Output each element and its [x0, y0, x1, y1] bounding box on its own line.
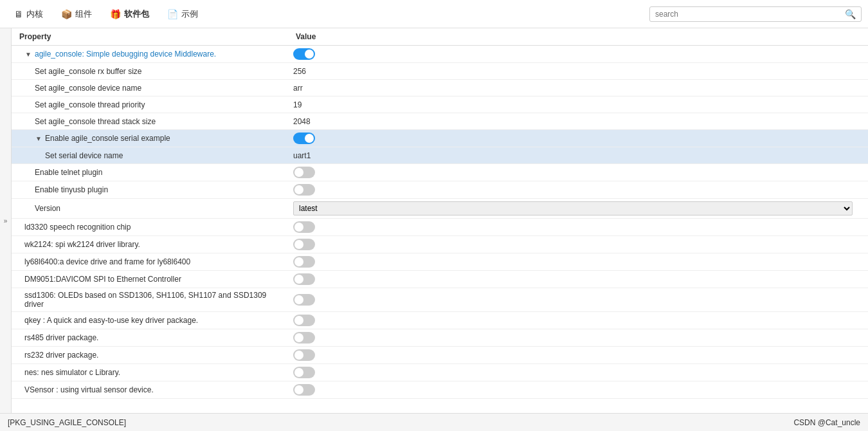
rx-buffer-value: 256: [293, 67, 306, 76]
table-header: Property Value: [12, 28, 868, 46]
table-row: Enable tinyusb plugin: [12, 181, 868, 199]
tinyusb-toggle[interactable]: [293, 184, 315, 196]
pkg-status-text: [PKG_USING_AGILE_CONSOLE]: [8, 418, 126, 427]
vsensor-toggle[interactable]: [293, 384, 315, 396]
tinyusb-label: Enable tinyusb plugin: [35, 185, 108, 194]
serial-expand-arrow-icon[interactable]: ▼: [35, 134, 42, 142]
dm9051-toggle[interactable]: [293, 273, 315, 285]
tab-packages[interactable]: 🎁 软件包: [102, 5, 157, 24]
rx-buffer-label: Set agile_console rx buffer size: [35, 67, 142, 76]
prop-cell: Enable telnet plugin: [12, 165, 288, 179]
rs232-label: rs232 driver package.: [24, 351, 98, 360]
ssd1306-label: ssd1306: OLEDs based on SSD1306, SH1106,…: [24, 291, 283, 309]
tab-examples-label: 示例: [181, 8, 198, 20]
thread-priority-label: Set agile_console thread priority: [35, 100, 145, 109]
header-property: Property: [12, 32, 288, 41]
components-icon: 📦: [61, 9, 72, 19]
tab-packages-label: 软件包: [124, 8, 149, 20]
device-name-value: arr: [293, 84, 303, 93]
val-cell: [288, 181, 868, 198]
device-name-label: Set agile_console device name: [35, 84, 141, 93]
qkey-label: qkey : A quick and easy-to-use key drive…: [24, 316, 198, 325]
vsensor-label: VSensor : using virtual sensor device.: [24, 385, 154, 394]
prop-cell: Set agile_console thread priority: [12, 98, 288, 112]
search-box: 🔍: [649, 6, 862, 22]
val-cell: arr: [288, 81, 868, 95]
table-row: rs232 driver package.: [12, 347, 868, 364]
prop-cell: ssd1306: OLEDs based on SSD1306, SH1106,…: [12, 288, 288, 311]
agile-console-label[interactable]: agile_console: Simple debugging device M…: [35, 50, 216, 59]
top-nav: 🖥 内核 📦 组件 🎁 软件包 📄 示例 🔍: [0, 0, 868, 28]
status-bar: [PKG_USING_AGILE_CONSOLE] CSDN @Cat_uncl…: [0, 413, 868, 431]
ssd1306-toggle[interactable]: [293, 294, 315, 306]
val-cell: [288, 381, 868, 398]
wk2124-toggle[interactable]: [293, 239, 315, 250]
table-row: Set agile_console rx buffer size 256: [12, 63, 868, 80]
table-row: Set serial device name uart1: [12, 147, 868, 164]
collapse-chevron-icon: »: [4, 217, 8, 225]
ld3320-toggle[interactable]: [293, 221, 315, 233]
ly68l6400-label: ly68l6400:a device drive and frame for l…: [24, 257, 190, 266]
serial-device-name-label: Set serial device name: [45, 151, 123, 160]
val-cell: [288, 312, 868, 329]
val-cell: latest: [288, 199, 868, 218]
rs232-toggle[interactable]: [293, 349, 315, 361]
serial-device-name-value: uart1: [293, 151, 311, 160]
side-collapse-button[interactable]: »: [0, 28, 12, 413]
header-value: Value: [288, 32, 868, 41]
val-cell: uart1: [288, 149, 868, 163]
table-row: Set agile_console device name arr: [12, 80, 868, 96]
serial-example-toggle[interactable]: [293, 133, 315, 144]
val-cell: [288, 46, 868, 62]
thread-priority-value: 19: [293, 100, 302, 109]
agile-console-toggle[interactable]: [293, 48, 315, 60]
val-cell: [288, 253, 868, 270]
serial-example-label: Enable agile_console serial example: [45, 134, 170, 143]
table-row: ▼ Enable agile_console serial example: [12, 130, 868, 147]
val-cell: [288, 347, 868, 363]
version-select[interactable]: latest: [293, 201, 853, 216]
prop-cell: ▼ agile_console: Simple debugging device…: [12, 47, 288, 61]
prop-cell: wk2124: spi wk2124 driver library.: [12, 237, 288, 252]
table-row: rs485 driver package.: [12, 329, 868, 347]
table-row: Enable telnet plugin: [12, 164, 868, 181]
table-area: Property Value ▼ agile_console: Simple d…: [12, 28, 868, 413]
prop-cell: rs232 driver package.: [12, 348, 288, 362]
expand-arrow-icon[interactable]: ▼: [24, 50, 32, 58]
table-row: qkey : A quick and easy-to-use key drive…: [12, 312, 868, 329]
nes-label: nes: nes simulator c Library.: [24, 368, 120, 377]
main-area: » Property Value ▼ agile_console: Simple…: [0, 28, 868, 413]
table-row: DM9051:DAVICOM SPI to Ethernet Controlle…: [12, 271, 868, 288]
table-row: Version latest: [12, 199, 868, 219]
tab-components[interactable]: 📦 组件: [53, 5, 100, 24]
val-cell: [288, 271, 868, 288]
prop-cell: ly68l6400:a device drive and frame for l…: [12, 255, 288, 269]
val-cell: [288, 291, 868, 308]
table-row: ld3320 speech recognition chip: [12, 219, 868, 236]
nes-toggle[interactable]: [293, 367, 315, 378]
prop-cell: rs485 driver package.: [12, 331, 288, 345]
prop-cell: Enable tinyusb plugin: [12, 183, 288, 197]
prop-cell: VSensor : using virtual sensor device.: [12, 383, 288, 397]
val-cell: [288, 219, 868, 235]
prop-cell: DM9051:DAVICOM SPI to Ethernet Controlle…: [12, 272, 288, 286]
table-row: ly68l6400:a device drive and frame for l…: [12, 253, 868, 271]
table-row: wk2124: spi wk2124 driver library.: [12, 236, 868, 253]
packages-icon: 🎁: [110, 9, 121, 19]
tab-examples[interactable]: 📄 示例: [159, 5, 206, 24]
tab-kernel[interactable]: 🖥 内核: [6, 5, 51, 24]
ly68l6400-toggle[interactable]: [293, 256, 315, 268]
table-row: nes: nes simulator c Library.: [12, 364, 868, 381]
table-row: Set agile_console thread priority 19: [12, 96, 868, 113]
prop-cell: Version: [12, 201, 288, 216]
prop-cell: ▼ Enable agile_console serial example: [12, 131, 288, 145]
prop-cell: qkey : A quick and easy-to-use key drive…: [12, 313, 288, 327]
search-icon[interactable]: 🔍: [845, 9, 856, 19]
rs485-toggle[interactable]: [293, 332, 315, 344]
telnet-toggle[interactable]: [293, 167, 315, 178]
val-cell: [288, 236, 868, 253]
dm9051-label: DM9051:DAVICOM SPI to Ethernet Controlle…: [24, 275, 181, 284]
thread-stack-value: 2048: [293, 117, 311, 126]
qkey-toggle[interactable]: [293, 315, 315, 326]
search-input[interactable]: [655, 10, 845, 19]
